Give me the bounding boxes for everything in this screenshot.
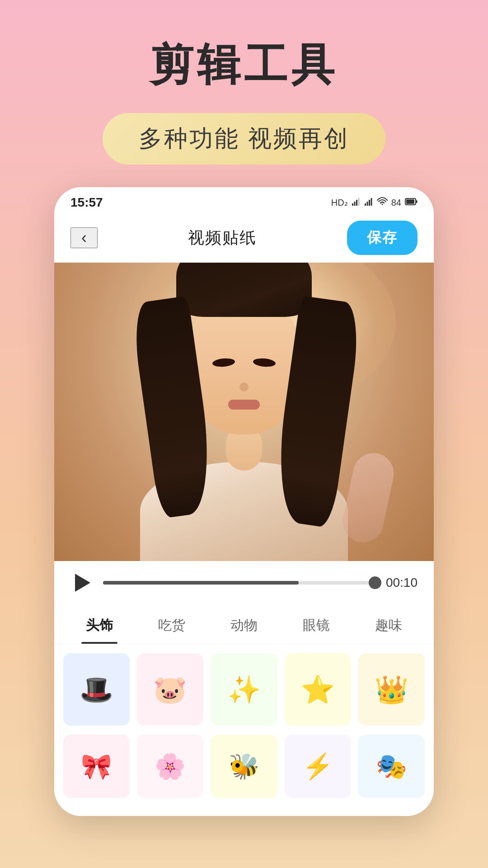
- sticker-8[interactable]: 🐝: [211, 735, 277, 798]
- sticker-7[interactable]: 🌸: [137, 735, 203, 798]
- time-display: 00:10: [386, 576, 418, 590]
- sticker-9[interactable]: ⚡: [285, 735, 351, 798]
- nav-bar: ‹ 视频贴纸 保存: [54, 213, 434, 263]
- page-title: 剪辑工具: [150, 36, 338, 95]
- hd-icon: HD₂: [331, 197, 348, 208]
- tab-fun[interactable]: 趣味: [352, 609, 425, 644]
- back-button[interactable]: ‹: [70, 227, 98, 248]
- svg-rect-5: [366, 202, 368, 206]
- save-button[interactable]: 保存: [347, 221, 418, 255]
- tab-glasses[interactable]: 眼镜: [280, 609, 352, 644]
- sticker-6[interactable]: 🎀: [63, 735, 130, 798]
- nav-title: 视频贴纸: [188, 227, 257, 249]
- svg-rect-4: [365, 203, 366, 206]
- svg-rect-2: [356, 200, 357, 206]
- status-icons: HD₂: [331, 197, 418, 208]
- wifi-icon: [377, 197, 388, 208]
- sticker-grid-2: 🎀 🌸 🐝 ⚡ 🎭: [54, 735, 434, 807]
- top-section: 剪辑工具 多种功能 视频再创: [0, 0, 488, 165]
- sticker-5[interactable]: 👑: [358, 653, 425, 726]
- play-icon: [75, 574, 90, 592]
- subtitle-badge: 多种功能 视频再创: [103, 113, 385, 165]
- tab-animal[interactable]: 动物: [208, 609, 280, 644]
- svg-rect-10: [416, 200, 418, 203]
- page-container: 剪辑工具 多种功能 视频再创 15:57 HD₂: [0, 0, 488, 868]
- phone-mockup: 15:57 HD₂: [54, 187, 434, 816]
- status-bar: 15:57 HD₂: [54, 187, 434, 213]
- svg-rect-9: [406, 199, 414, 204]
- playback-bar: 00:10: [54, 561, 434, 604]
- phone-bottom: [54, 807, 434, 816]
- battery-icon: [405, 198, 418, 208]
- sticker-4[interactable]: ⭐: [285, 653, 351, 726]
- play-button[interactable]: [70, 572, 92, 594]
- 4g-icon: [364, 197, 373, 208]
- 5g-icon: [352, 197, 361, 208]
- portrait-display: [54, 263, 434, 561]
- progress-fill: [103, 581, 299, 585]
- progress-track[interactable]: [103, 581, 375, 585]
- svg-rect-0: [352, 203, 353, 206]
- svg-rect-7: [371, 198, 372, 206]
- video-area[interactable]: [54, 263, 434, 561]
- svg-rect-6: [369, 200, 370, 206]
- progress-thumb[interactable]: [369, 576, 381, 589]
- sticker-grid-1: 🎩 🐷 ✨ ⭐ 👑: [54, 644, 434, 735]
- category-tabs: 头饰 吃货 动物 眼镜 趣味: [54, 604, 434, 644]
- svg-rect-3: [358, 198, 359, 206]
- svg-rect-1: [354, 202, 355, 206]
- sticker-2[interactable]: 🐷: [137, 653, 203, 726]
- sticker-1[interactable]: 🎩: [63, 653, 130, 726]
- status-time: 15:57: [70, 195, 103, 210]
- sticker-10[interactable]: 🎭: [358, 735, 425, 798]
- sticker-3[interactable]: ✨: [211, 653, 277, 726]
- battery-percent: 84: [391, 198, 401, 208]
- tab-head[interactable]: 头饰: [63, 609, 136, 644]
- tab-food[interactable]: 吃货: [136, 609, 208, 644]
